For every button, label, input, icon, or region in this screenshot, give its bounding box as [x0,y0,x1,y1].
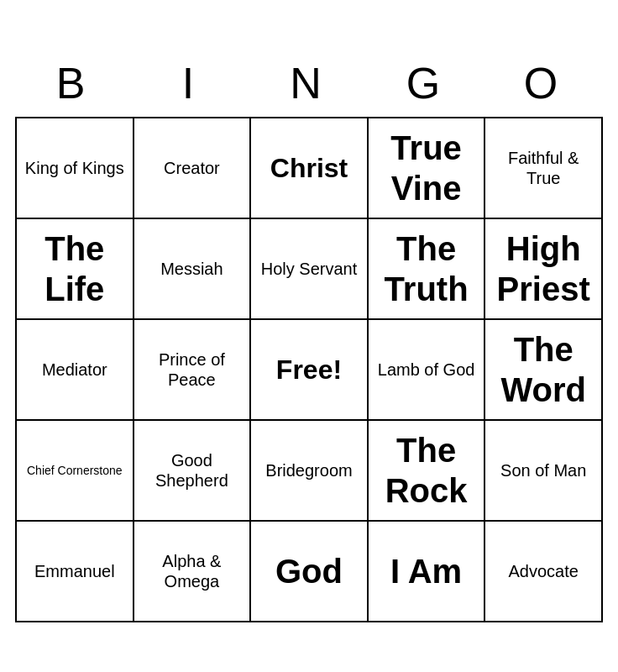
bingo-cell: Good Shepherd [134,421,252,522]
cell-text: Chief Cornerstone [27,464,123,478]
bingo-card: BINGO King of KingsCreatorChristTrue Vin… [15,50,603,622]
cell-text: Holy Servant [261,259,358,279]
bingo-cell: Bridegroom [251,421,369,522]
cell-text: I Am [390,551,462,591]
bingo-cell: The Word [485,320,603,421]
cell-text: The Life [22,228,128,309]
cell-text: Son of Man [500,460,586,480]
cell-text: King of Kings [25,158,124,178]
cell-text: Lamb of God [378,360,475,380]
cell-text: Prince of Peace [139,349,245,390]
bingo-cell: Christ [251,118,369,219]
cell-text: Bridegroom [265,460,352,480]
bingo-cell: Emmanuel [17,522,134,622]
bingo-header: BINGO [15,50,603,117]
cell-text: Mediator [42,360,107,380]
cell-text: Messiah [160,259,223,279]
bingo-cell: Holy Servant [251,219,369,320]
bingo-cell: Chief Cornerstone [17,421,134,522]
bingo-cell: Faithful & True [485,118,603,219]
cell-text: Good Shepherd [139,450,245,491]
bingo-cell: True Vine [369,118,486,219]
bingo-cell: Son of Man [485,421,603,522]
header-letter: N [250,50,368,117]
bingo-cell: God [251,522,369,622]
cell-text: Free! [276,354,342,386]
bingo-cell: The Truth [369,219,486,320]
header-letter: G [368,50,485,117]
bingo-grid: King of KingsCreatorChristTrue VineFaith… [15,117,603,622]
bingo-cell: Creator [134,118,252,219]
cell-text: Creator [164,158,220,178]
cell-text: Faithful & True [490,148,596,188]
bingo-cell: The Life [17,219,134,320]
cell-text: The Rock [374,430,479,511]
bingo-cell: Alpha & Omega [134,522,252,622]
bingo-cell: The Rock [369,421,486,522]
header-letter: I [133,50,250,117]
bingo-cell: High Priest [485,219,603,320]
cell-text: Emmanuel [34,561,115,581]
cell-text: Christ [270,152,348,184]
bingo-cell: Advocate [485,522,603,622]
bingo-cell: Free! [251,320,369,421]
header-letter: O [485,50,603,117]
header-letter: B [15,50,133,117]
bingo-cell: Prince of Peace [134,320,252,421]
bingo-cell: I Am [369,522,486,622]
bingo-cell: Lamb of God [369,320,486,421]
cell-text: Advocate [509,561,579,581]
cell-text: Alpha & Omega [139,551,245,591]
bingo-cell: King of Kings [17,118,134,219]
bingo-cell: Messiah [134,219,252,320]
cell-text: God [275,551,343,591]
cell-text: High Priest [490,228,596,309]
cell-text: The Truth [374,228,479,309]
cell-text: The Word [490,329,596,410]
cell-text: True Vine [374,128,479,208]
bingo-cell: Mediator [17,320,134,421]
